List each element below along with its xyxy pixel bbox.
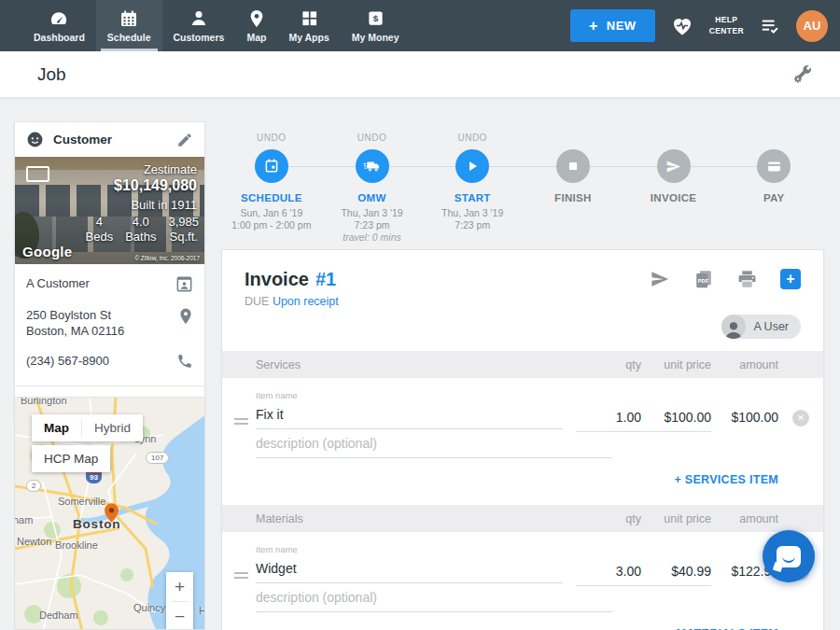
phone-icon[interactable] [176, 353, 193, 370]
step-label: FINISH [523, 192, 623, 203]
stat-baths: 4.0 Baths [125, 215, 156, 245]
help-center-link[interactable]: HELP CENTER [709, 15, 744, 35]
main-panel: UNDO SCHEDULE Sun, Jan 6 '19 1:00 pm - 2… [221, 98, 824, 249]
pay-step-card-icon[interactable] [757, 149, 791, 183]
unit-price-column [641, 390, 711, 432]
nav-item-schedule[interactable]: Schedule [96, 0, 162, 51]
start-step-play-icon[interactable] [455, 149, 489, 183]
workflow-step-finish[interactable]: FINISH [523, 98, 623, 249]
route-2-shield: 2 [26, 480, 41, 492]
remove-column: ✕ [778, 390, 823, 432]
map-label-burlington: Burlington [21, 397, 67, 406]
step-time: 1:00 pm - 2:00 pm [221, 219, 322, 231]
workflow-step-start[interactable]: UNDO START Thu, Jan 3 '19 7:23 pm [422, 98, 523, 249]
services-section-title: Services [256, 358, 576, 371]
nav-item-my-money[interactable]: $ My Money [341, 0, 411, 51]
nav-item-customers[interactable]: Customers [162, 0, 236, 51]
step-label: START [422, 192, 523, 203]
chat-bubble-button[interactable] [763, 530, 815, 582]
workflow-steps: UNDO SCHEDULE Sun, Jan 6 '19 1:00 pm - 2… [221, 98, 824, 249]
unit-price-column [641, 544, 711, 586]
workflow-step-invoice[interactable]: INVOICE [623, 98, 724, 249]
step-time: 7:23 pm [322, 219, 423, 231]
item-name-field-label: Item name [256, 544, 563, 554]
map-type-map-button[interactable]: Map [32, 414, 81, 441]
due-row: DUE Upon receipt [245, 295, 801, 308]
nav-label: Schedule [107, 32, 151, 43]
property-photo[interactable]: Zestimate $10,149,080 Built in 1911 4 Be… [15, 157, 204, 264]
finish-step-stop-icon[interactable] [556, 149, 590, 183]
map-zoom-out-button[interactable]: − [166, 602, 193, 630]
service-description-input[interactable] [256, 434, 612, 458]
add-invoice-button[interactable]: + [780, 269, 801, 289]
route-107-shield: 107 [146, 452, 169, 464]
activity-list-icon[interactable] [760, 17, 780, 35]
schedule-step-calendar-icon[interactable] [255, 149, 288, 183]
map-zoom-in-button[interactable]: + [166, 572, 193, 601]
apps-grid-icon [301, 9, 318, 28]
material-unit-price-input[interactable] [641, 562, 711, 586]
help-line2: CENTER [709, 26, 744, 36]
add-materials-item-link[interactable]: + MATERIALS ITEM [222, 625, 823, 630]
material-item-name-input[interactable] [256, 559, 563, 583]
address-line1: 250 Boylston St [26, 307, 124, 323]
nav-label: Dashboard [34, 32, 85, 43]
pdf-icon[interactable]: PDF [693, 269, 714, 289]
customers-icon [189, 9, 208, 28]
workflow-step-omw[interactable]: UNDO OMW Thu, Jan 3 '19 7:23 pm travel: … [322, 98, 423, 249]
nav-item-dashboard[interactable]: Dashboard [22, 0, 96, 51]
print-icon[interactable] [737, 270, 757, 288]
workflow-step-schedule[interactable]: UNDO SCHEDULE Sun, Jan 6 '19 1:00 pm - 2… [221, 98, 322, 249]
undo-omw-button[interactable]: UNDO [322, 133, 423, 143]
send-invoice-icon[interactable] [650, 270, 670, 288]
nav-item-map[interactable]: Map [235, 0, 277, 51]
drag-handle-icon[interactable] [234, 418, 248, 425]
remove-service-item-button[interactable]: ✕ [792, 410, 809, 427]
svg-text:$: $ [372, 13, 378, 23]
services-header-bar: Services qty unit price amount [222, 351, 823, 378]
step-date: Thu, Jan 3 '19 [422, 207, 523, 219]
material-description-input[interactable] [256, 588, 612, 612]
edit-customer-pencil-icon[interactable] [176, 132, 193, 148]
service-description-row [256, 434, 612, 458]
step-label: OMW [322, 192, 423, 203]
due-value-link[interactable]: Upon receipt [273, 295, 339, 308]
new-button-label: NEW [607, 19, 637, 33]
material-qty-input[interactable] [576, 562, 641, 586]
undo-start-button[interactable]: UNDO [422, 133, 523, 143]
content: Customer Zestimate $10,149,080 Built in … [0, 98, 840, 630]
map-type-hybrid-button[interactable]: Hybrid [82, 414, 143, 441]
job-tools-icon[interactable] [791, 63, 814, 85]
service-qty-input[interactable] [576, 408, 641, 432]
health-pulse-icon[interactable] [671, 16, 693, 36]
add-services-item-link[interactable]: + SERVICES ITEM [222, 471, 823, 505]
top-nav: Dashboard Schedule Customers Map My Apps [0, 0, 840, 51]
street-view-frame-icon[interactable] [26, 166, 49, 182]
map-zoom-control: + − [166, 572, 193, 630]
user-avatar[interactable]: AU [796, 10, 828, 42]
service-item-name-input[interactable] [256, 405, 563, 429]
omw-step-truck-icon[interactable] [356, 149, 389, 183]
qty-column [576, 544, 641, 586]
hcp-map-button[interactable]: HCP Map [32, 445, 110, 472]
customer-name: A Customer [26, 275, 90, 291]
job-location-pin-icon[interactable] [105, 503, 119, 523]
item-name-column: Item name [256, 544, 563, 586]
new-button[interactable]: + NEW [570, 9, 655, 42]
workflow-step-pay[interactable]: PAY [723, 98, 824, 249]
property-stats: 4 Beds 4.0 Baths 3,985 Sq.ft. [86, 215, 199, 245]
map-label-hingham: Hi [199, 605, 205, 616]
invoice-number[interactable]: #1 [315, 269, 336, 290]
invoice-step-send-icon[interactable] [657, 149, 691, 183]
dashboard-icon [49, 9, 69, 28]
assignee-pill[interactable]: A User [721, 315, 801, 339]
step-date: Sun, Jan 6 '19 [221, 207, 322, 219]
page-header: Job [0, 51, 840, 98]
contact-card-icon[interactable] [175, 275, 193, 293]
nav-label: My Money [352, 32, 399, 43]
undo-schedule-button[interactable]: UNDO [221, 133, 322, 143]
location-pin-icon[interactable] [178, 307, 193, 326]
drag-handle-icon[interactable] [234, 572, 248, 579]
nav-item-my-apps[interactable]: My Apps [277, 0, 340, 51]
service-unit-price-input[interactable] [641, 408, 711, 432]
